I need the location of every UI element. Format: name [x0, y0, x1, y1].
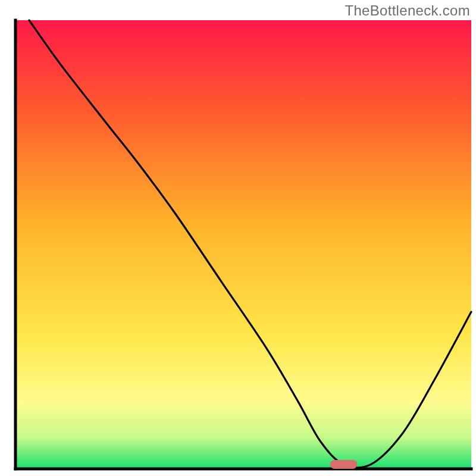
bottleneck-chart	[0, 0, 476, 476]
plot-background	[15, 20, 471, 469]
chart-stage: TheBottleneck.com	[0, 0, 476, 476]
highlight-pill	[330, 460, 358, 469]
